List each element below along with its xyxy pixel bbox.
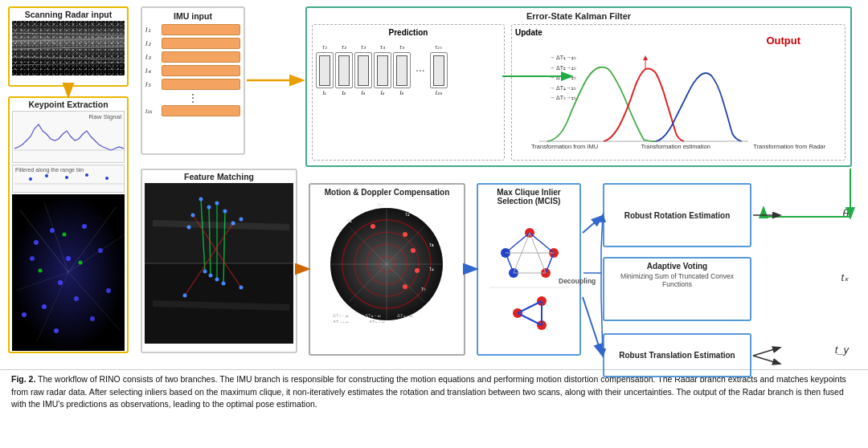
imu-label-4: I₄ [145,67,158,75]
svg-line-126 [753,356,780,364]
keypoint-image [12,194,125,351]
svg-text:τ₄: τ₄ [429,266,434,271]
svg-point-53 [191,214,195,218]
svg-point-9 [45,174,48,177]
svg-point-29 [90,316,95,321]
svg-point-33 [66,256,71,261]
svg-line-63 [153,223,289,227]
svg-point-56 [240,218,244,222]
svg-point-32 [22,312,27,317]
diagram-area: Scanning Radar input Keypoint Extraction… [0,0,868,369]
svg-point-10 [65,176,68,179]
mcis-title: Max Clique Inlier Selection (MCIS) [481,188,576,206]
output-theta: θ [842,207,849,220]
pred-col-t1: τ₁ I₁ [316,43,334,96]
caption-text: Fig. 2. The workflow of RINO consists of… [11,373,857,411]
svg-line-64 [153,303,289,307]
svg-text:ΔT₅→₂₅: ΔT₅→₂₅ [333,313,350,318]
pred-bottom-t5: I₅ [400,90,404,96]
prediction-boxes-row: τ₁ I₁ τ₂ I₂ τ₃ I₃ τ₄ [316,43,501,96]
box-mcis: Max Clique Inlier Selection (MCIS) [477,183,581,356]
pred-col-t2: τ₂ I₂ [335,43,353,96]
pred-label-t4: τ₄ [380,43,385,51]
svg-text:τ₂₅: τ₂₅ [377,202,384,207]
pred-dots: ··· [412,63,428,76]
svg-line-0 [12,33,125,35]
adaptive-title: Adaptive Voting [608,262,747,271]
pred-label-t5: τ₅ [399,43,404,51]
svg-point-59 [215,278,219,282]
rotation-title: Robust Rotation Estimation [624,211,731,220]
svg-point-79 [403,232,407,237]
svg-point-30 [54,328,59,333]
imu-label-5: I₅ [145,80,158,88]
translation-title: Robust Translation Estimation [619,351,735,360]
box-matching: Feature Matching [141,169,297,353]
fig-label: Fig. 2. [11,374,35,384]
svg-point-35 [79,261,83,265]
polar-svg: τ₂₅ τ₁ τ₂ τ₃ τ₄ τ₅ ΔT₅→₂₅ ΔT₃→₂₅ ΔT₁→₂₅ … [325,198,449,323]
pred-col-t4: τ₄ I₄ [374,43,391,96]
pred-col-t25: τ₂₅ I₂₅ [430,44,448,96]
box-motion: Motion & Doppler Compensation [309,183,465,356]
radar-lines-svg [12,21,125,75]
pred-bottom-t2: I₂ [342,90,346,96]
svg-line-112 [518,313,542,325]
scanning-radar-title: Scanning Radar input [11,10,125,19]
svg-point-50 [207,206,211,210]
pred-box-t1 [316,52,334,88]
svg-line-118 [583,217,601,233]
svg-line-1 [12,39,125,41]
caption-body: The workflow of RINO consists of two bra… [11,374,846,409]
svg-point-31 [106,288,111,293]
svg-text:τ₂: τ₂ [405,211,410,217]
svg-point-62 [183,294,187,298]
prediction-title: Prediction [316,28,501,37]
imu-bar-3 [162,51,240,63]
pred-box-t2 [335,52,353,88]
svg-line-101 [506,253,514,273]
filtered-svg [14,169,124,190]
pred-bottom-t4: I₄ [381,90,385,96]
adaptive-sub: Minimizing Sum of Truncated Convex Funct… [608,272,747,288]
kalman-title: Error-State Kalman Filter [312,11,845,21]
imu-row-25: I₂₅ [145,105,240,116]
svg-line-111 [518,301,542,313]
matching-title: Feature Matching [144,172,294,181]
pred-col-t5: τ₅ I₅ [393,43,411,96]
imu-label-1: I₁ [145,26,158,34]
imu-title: IMU input [145,11,240,21]
imu-row-3: I₃ [145,51,240,63]
pred-col-t3: τ₃ I₃ [354,43,372,96]
imu-label-2: I₂ [145,39,158,47]
svg-point-52 [223,210,227,214]
imu-dots: ⋮ [145,92,240,104]
imu-row-5: I₅ [145,79,240,90]
kalman-update: Update Output Probability [511,24,845,161]
box-imu: IMU input I₁ I₂ I₃ I₄ I₅ ⋮ I₂₅ [141,6,245,155]
decoupling-label: Decoupling [559,277,596,285]
svg-point-51 [215,202,219,206]
svg-point-61 [240,286,244,290]
matching-image [145,183,293,344]
imu-bar-1 [162,24,240,35]
imu-row-1: I₁ [145,24,240,35]
pred-bottom-t3: I₃ [362,90,366,96]
box-kalman: Error-State Kalman Filter Prediction τ₁ … [305,6,852,167]
pred-label-t25: τ₂₅ [435,44,441,51]
svg-point-36 [63,233,67,237]
box-translation: Robust Translation Estimation [603,333,751,377]
keypoint-title: Keypoint Extraction [11,100,125,109]
output-label: Output [766,35,800,47]
matching-svg [145,183,293,344]
imu-label-25: I₂₅ [145,108,158,115]
box-keypoint: Keypoint Extraction Raw Signal Filtered … [8,96,129,353]
box-rotation: Robust Rotation Estimation [603,183,751,247]
svg-point-28 [42,304,47,309]
radar-transform-label: Transformation from Radar [753,143,825,150]
svg-point-12 [105,177,108,180]
svg-point-58 [209,274,213,278]
svg-point-22 [50,228,55,233]
imu-bar-25 [162,105,240,116]
svg-line-119 [583,297,601,353]
